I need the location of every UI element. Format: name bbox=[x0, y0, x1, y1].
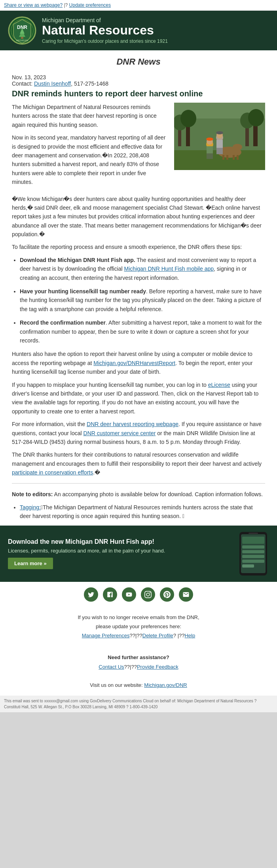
page-title-section: DNR News bbox=[0, 50, 277, 69]
social-bar bbox=[0, 582, 277, 607]
body-para-4: To facilitate the reporting process and … bbox=[12, 243, 265, 251]
article-image bbox=[174, 103, 265, 170]
contact-link[interactable]: Dustin Isenhoff bbox=[34, 80, 71, 87]
tagging-link[interactable]: Tagging: bbox=[20, 504, 41, 510]
contact-us-link[interactable]: Contact Us bbox=[99, 664, 124, 670]
body-para-5: Hunters also have the option to report t… bbox=[12, 350, 265, 376]
article-headline: DNR reminds hunters to report deer harve… bbox=[12, 88, 265, 99]
body-para-3: �We know Michigan�s deer hunters care ab… bbox=[12, 195, 265, 239]
app-banner-text: Download the new Michigan DNR Hunt Fish … bbox=[8, 538, 231, 569]
tip-item-3: Record the confirmation number. After su… bbox=[20, 318, 265, 345]
tagging-text:  The Michigan Department of Natural Reso… bbox=[20, 504, 253, 519]
article-body: The Michigan Department of Natural Resou… bbox=[12, 103, 265, 521]
update-prefs-link[interactable]: Update preferences bbox=[69, 2, 111, 8]
svg-rect-22 bbox=[226, 155, 228, 160]
conservation-link[interactable]: participate in conservation efforts bbox=[12, 469, 93, 476]
youtube-icon[interactable] bbox=[122, 587, 136, 602]
footer-sep3: ??|?? bbox=[124, 664, 137, 670]
svg-text:MICHIGAN: MICHIGAN bbox=[16, 39, 28, 42]
app-banner-title: Download the new Michigan DNR Hunt Fish … bbox=[8, 538, 231, 545]
tagline: Caring for Michigan's outdoor places and… bbox=[42, 38, 168, 44]
provide-feedback-link[interactable]: Provide Feedback bbox=[137, 664, 178, 670]
tip-2-bold: Have your hunting license/kill tag numbe… bbox=[20, 288, 146, 294]
svg-rect-28 bbox=[210, 153, 213, 159]
footer-sep1: ??|?? bbox=[129, 633, 142, 639]
svg-rect-41 bbox=[242, 550, 264, 553]
website-link[interactable]: Michigan.gov/DNR bbox=[144, 682, 187, 688]
delete-profile-link[interactable]: Delete Profile bbox=[142, 633, 173, 639]
svg-rect-34 bbox=[220, 148, 223, 154]
article-meta: Nov. 13, 2023 Contact: Dustin Isenhoff, … bbox=[12, 69, 265, 88]
svg-rect-44 bbox=[242, 564, 254, 568]
tip-1-bold: Download the Michigan DNR Hunt Fish app. bbox=[20, 257, 135, 263]
svg-point-17 bbox=[248, 109, 264, 126]
phone-mockup bbox=[237, 532, 269, 575]
svg-rect-43 bbox=[242, 560, 264, 563]
svg-rect-42 bbox=[242, 555, 264, 558]
header-text: Michigan Department of Natural Resources… bbox=[42, 17, 168, 44]
svg-point-15 bbox=[180, 110, 196, 127]
app-banner-desc: Licenses, permits, regulations and more,… bbox=[8, 548, 231, 554]
svg-rect-45 bbox=[249, 533, 258, 534]
divider bbox=[12, 483, 265, 484]
svg-rect-40 bbox=[242, 545, 264, 549]
org-title: Natural Resources bbox=[42, 23, 168, 37]
unsubscribe-text: If you wish to no longer receive emails … bbox=[8, 613, 269, 622]
contact-phone: , 517-275-1468 bbox=[71, 80, 108, 87]
content-wrapper: Nov. 13, 2023 Contact: Dustin Isenhoff, … bbox=[0, 69, 277, 712]
svg-rect-23 bbox=[233, 155, 235, 160]
bottom-note: This email was sent to xxxxxx@gmail.com … bbox=[0, 696, 277, 712]
hunt-fish-app-link[interactable]: Michigan DNR Hunt Fish mobile app bbox=[124, 266, 214, 272]
tip-item-1: Download the Michigan DNR Hunt Fish app.… bbox=[20, 256, 265, 282]
dept-name: Michigan Department of bbox=[42, 17, 168, 23]
learn-more-button[interactable]: Learn more » bbox=[8, 558, 53, 569]
unsubscribe-text2: please update your preferences here: bbox=[8, 622, 269, 631]
top-bar: Share or view as webpage? |? Update pref… bbox=[0, 0, 277, 11]
svg-rect-33 bbox=[216, 148, 220, 154]
body-para-6: If you happen to misplace your hunting l… bbox=[12, 380, 265, 416]
svg-point-20 bbox=[233, 144, 242, 150]
article-intro: The Michigan Department of Natural Resou… bbox=[12, 103, 265, 191]
page-title: DNR News bbox=[12, 57, 265, 67]
elicense-link[interactable]: eLicense bbox=[208, 382, 230, 388]
caption-item: Tagging: The Michigan Department of Natu… bbox=[20, 503, 265, 521]
visit-text: Visit us on our website: bbox=[90, 682, 142, 688]
svg-point-36 bbox=[216, 131, 223, 134]
svg-rect-5 bbox=[21, 37, 23, 39]
svg-point-30 bbox=[206, 138, 213, 141]
tips-list: Download the Michigan DNR Hunt Fish app.… bbox=[20, 256, 265, 345]
tip-3-bold: Record the confirmation number bbox=[20, 319, 106, 326]
svg-rect-21 bbox=[222, 155, 224, 160]
body-para-8: The DNR thanks hunters for their contrib… bbox=[12, 450, 265, 477]
editors-note: Note to editors: An accompanying photo i… bbox=[12, 490, 265, 520]
dnr-logo: DNR MICHIGAN bbox=[8, 16, 36, 45]
facebook-icon[interactable] bbox=[103, 587, 117, 602]
separator1: |? bbox=[64, 2, 68, 8]
twitter-icon[interactable] bbox=[84, 587, 98, 602]
editors-note-text: An accompanying photo is available below… bbox=[53, 491, 263, 497]
svg-rect-39 bbox=[242, 537, 264, 544]
pinterest-icon[interactable] bbox=[160, 587, 174, 602]
caption-list: Tagging: The Michigan Department of Natu… bbox=[20, 503, 265, 521]
app-banner: Download the new Michigan DNR Hunt Fish … bbox=[0, 526, 277, 582]
svg-rect-27 bbox=[207, 153, 210, 159]
footer-sep2: ? |?? bbox=[173, 633, 185, 639]
customer-service-link[interactable]: DNR customer service center bbox=[83, 430, 156, 436]
harvest-report-link[interactable]: Michigan.gov/DNRHarvestReport bbox=[93, 360, 175, 366]
email-icon[interactable] bbox=[179, 587, 193, 602]
body-para-7: For more information, visit the DNR deer… bbox=[12, 420, 265, 446]
manage-prefs-link[interactable]: Manage Preferences bbox=[82, 633, 130, 639]
assistance-heading: Need further assistance? bbox=[8, 653, 269, 662]
help-link[interactable]: Help bbox=[184, 633, 195, 639]
editors-note-label: Note to editors: bbox=[12, 491, 53, 497]
footer: If you wish to no longer receive emails … bbox=[0, 607, 277, 696]
harvest-webpage-link[interactable]: DNR deer harvest reporting webpage bbox=[87, 421, 178, 427]
article-date: Nov. 13, 2023 bbox=[12, 74, 46, 80]
instagram-icon[interactable] bbox=[141, 587, 155, 602]
contact-label: Contact: bbox=[12, 80, 32, 87]
bottom-note-text: This email was sent to xxxxxx@gmail.com … bbox=[4, 699, 256, 709]
header: DNR MICHIGAN Michigan Department of Natu… bbox=[0, 11, 277, 50]
tip-item-2: Have your hunting license/kill tag numbe… bbox=[20, 287, 265, 314]
share-link[interactable]: Share or view as webpage? bbox=[4, 2, 63, 8]
svg-rect-24 bbox=[237, 155, 239, 160]
